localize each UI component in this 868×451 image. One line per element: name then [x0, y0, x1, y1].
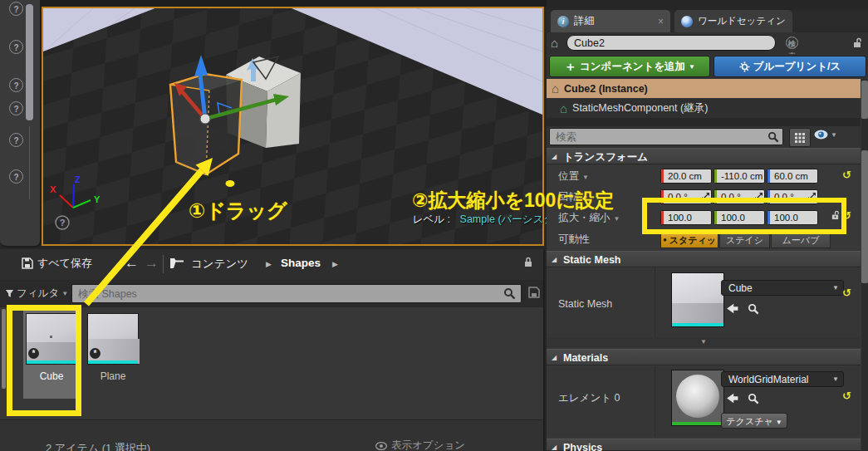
location-z-field[interactable]: 60.0 cm	[767, 169, 818, 184]
axis-x-label: X	[50, 184, 56, 194]
help-icon[interactable]: ?	[9, 40, 23, 54]
help-icon[interactable]: ?	[9, 101, 23, 115]
tab-close-icon[interactable]: ×	[658, 16, 664, 27]
component-icon: ⌂	[560, 101, 567, 115]
svg-text:?: ?	[60, 218, 66, 228]
unlock-icon[interactable]	[852, 37, 862, 49]
location-y-field[interactable]: -110.0 cm	[714, 169, 765, 184]
gear-icon	[739, 61, 750, 72]
scrollbar-thumb[interactable]	[2, 309, 6, 389]
component-row-staticmesh[interactable]: ⌂ StaticMeshComponent (継承)	[547, 99, 861, 118]
plane-asset-thumbnail: *	[87, 313, 139, 365]
section-expander[interactable]: ▼	[547, 337, 861, 348]
add-component-button[interactable]: ＋ コンポーネントを追加 ▼	[549, 56, 710, 77]
back-button[interactable]: ←	[125, 255, 139, 272]
expand-triangle-icon: ◢	[552, 149, 557, 165]
axis-z-label: Z	[75, 174, 81, 184]
blueprint-button[interactable]: ブループリント/ス	[714, 56, 866, 77]
help-icon[interactable]: ?	[9, 169, 23, 184]
modes-panel-edge: ? ? ? ? ? ?	[0, 0, 42, 248]
static-mesh-thumbnail[interactable]	[671, 272, 724, 327]
reset-material-icon[interactable]: ↺	[842, 390, 851, 402]
section-header-static-mesh[interactable]: ◢ Static Mesh	[547, 251, 861, 267]
tab-details[interactable]: i 詳細 ×	[551, 10, 670, 32]
search-icon	[767, 131, 779, 143]
breadcrumb-root[interactable]: コンテンツ	[191, 257, 248, 272]
forward-button[interactable]: →	[145, 255, 159, 272]
tab-world-settings[interactable]: ワールドセッティン	[674, 10, 792, 32]
section-header-transform[interactable]: ◢ トランスフォーム	[547, 148, 861, 164]
caret-down-icon: ▼	[831, 131, 837, 139]
material-select[interactable]: WorldGridMaterial ▼	[721, 371, 844, 387]
lock-icon[interactable]	[523, 256, 533, 268]
save-all-button[interactable]: すべて保存	[22, 256, 92, 271]
caret-down-icon: ▼	[614, 215, 620, 223]
content-browser-statusbar: 2 アイテム (1 選択中) 表示オプション	[0, 419, 543, 451]
material-thumbnail[interactable]	[671, 370, 724, 426]
tab-label: 詳細	[574, 14, 595, 28]
location-label[interactable]: 位置▼	[558, 169, 589, 184]
scrollbar-thumb[interactable]	[861, 81, 868, 119]
annotation-highlight-scale-fields	[642, 198, 846, 234]
help-icon[interactable]: ?	[9, 2, 23, 16]
actor-name-row: ⌂ 検索 ?	[547, 32, 868, 54]
grid-icon	[795, 133, 805, 143]
eye-icon	[814, 130, 828, 140]
eye-icon	[375, 442, 387, 450]
asset-count-status: 2 アイテム (1 選択中)	[46, 441, 150, 451]
materials-body: エレメント 0 WorldGridMaterial ▼ テクスチャ ▼ ↺	[547, 366, 861, 437]
caret-down-icon: ▼	[61, 290, 68, 297]
blueprint-label: ブループリント/ス	[753, 60, 841, 74]
use-selected-arrow-icon[interactable]	[726, 303, 738, 314]
component-row-cube2-instance[interactable]: ⌂ Cube2 (Instance)	[547, 79, 861, 98]
save-search-icon[interactable]	[528, 287, 540, 298]
divider	[163, 255, 164, 273]
browse-search-icon[interactable]	[748, 303, 759, 315]
static-mesh-row-label: Static Mesh	[558, 298, 612, 310]
scrollbar-track[interactable]	[861, 79, 868, 451]
help-icon[interactable]: ?	[786, 37, 798, 49]
tab-label: ワールドセッティン	[698, 15, 786, 27]
texture-button[interactable]: テクスチャ ▼	[721, 413, 787, 429]
help-icon[interactable]: ?	[9, 133, 23, 147]
caret-down-icon: ▼	[776, 419, 782, 426]
scrollbar-thumb[interactable]	[26, 4, 33, 120]
search-icon	[503, 287, 516, 300]
breadcrumb-current[interactable]: Shapes	[281, 257, 321, 269]
component-label: StaticMeshComponent (継承)	[572, 101, 708, 115]
details-search-row: ▼	[547, 126, 868, 148]
view-options-button[interactable]: 表示オプション	[375, 439, 465, 451]
details-search-input[interactable]	[549, 128, 783, 145]
viewport-top-strip	[40, 0, 547, 7]
component-tree-filler	[547, 118, 861, 126]
browse-search-icon[interactable]	[748, 393, 759, 404]
filter-search-row: フィルタ ▼	[0, 280, 543, 307]
section-title: Materials	[563, 352, 608, 364]
actor-name-input[interactable]	[566, 35, 776, 51]
reset-static-mesh-icon[interactable]: ↺	[842, 287, 851, 299]
home-icon: ⌂	[551, 36, 558, 50]
section-title: Static Mesh	[563, 254, 620, 266]
view-options-label: 表示オプション	[391, 439, 465, 451]
section-header-materials[interactable]: ◢ Materials	[547, 349, 861, 365]
content-search-input[interactable]	[71, 284, 522, 303]
folder-icon	[169, 257, 184, 269]
use-selected-arrow-icon[interactable]	[726, 393, 738, 404]
property-matrix-button[interactable]	[789, 128, 811, 147]
static-mesh-select[interactable]: Cube ▼	[721, 280, 844, 296]
filter-button[interactable]: フィルタ ▼	[5, 287, 68, 301]
asset-tile-plane[interactable]: * Plane	[85, 311, 141, 399]
reset-location-icon[interactable]: ↺	[842, 169, 851, 181]
scrollbar-thumb[interactable]	[861, 150, 868, 283]
location-x-field[interactable]: 20.0 cm	[660, 169, 712, 184]
asset-name: Plane	[85, 370, 141, 382]
breadcrumb-separator-icon: ▶	[266, 260, 272, 268]
expand-triangle-icon: ◢	[552, 439, 557, 451]
view-filter-button[interactable]: ▼	[814, 130, 837, 140]
section-title: Physics	[563, 442, 602, 451]
level-label: レベル :	[413, 213, 450, 225]
help-icon[interactable]: ?	[9, 78, 23, 92]
section-header-physics[interactable]: ◢ Physics	[547, 439, 861, 451]
material-element-label: エレメント 0	[558, 391, 620, 405]
component-label: Cube2 (Instance)	[564, 83, 648, 95]
